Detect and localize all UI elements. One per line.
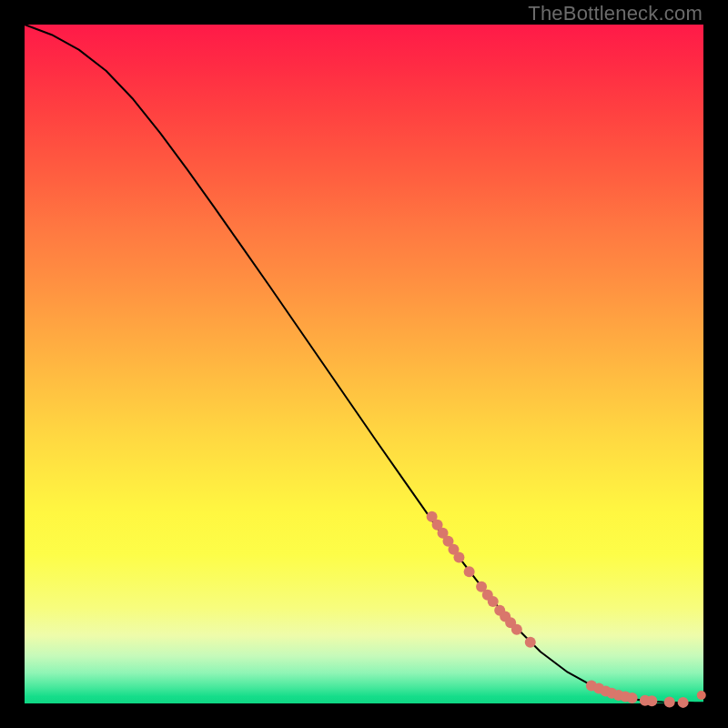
marker-dot [678, 697, 689, 708]
watermark-text: TheBottleneck.com [528, 2, 703, 25]
marker-dot [511, 624, 522, 635]
marker-group [427, 511, 706, 708]
chart-frame: TheBottleneck.com [0, 0, 728, 728]
marker-dot [453, 552, 464, 563]
plot-area [25, 25, 703, 703]
marker-dot [525, 637, 536, 648]
marker-dot [627, 693, 638, 703]
marker-dot [646, 695, 657, 706]
curve-line [25, 25, 703, 703]
chart-svg [25, 25, 703, 703]
marker-dot [697, 691, 706, 700]
marker-dot [664, 697, 675, 708]
marker-dot [488, 596, 499, 607]
marker-dot [464, 566, 475, 577]
